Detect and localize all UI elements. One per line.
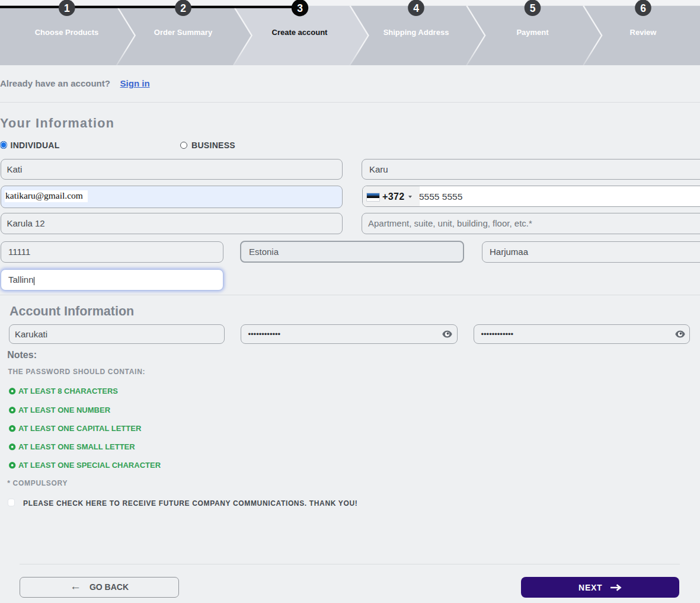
svg-text:Choose Products: Choose Products	[35, 28, 99, 37]
svg-text:1: 1	[64, 2, 70, 14]
svg-text:5: 5	[530, 2, 536, 14]
svg-text:3: 3	[297, 2, 303, 14]
svg-text:4: 4	[413, 2, 419, 14]
svg-text:Create account: Create account	[272, 28, 328, 37]
svg-text:6: 6	[640, 2, 646, 14]
svg-text:2: 2	[180, 2, 186, 14]
svg-text:Shipping Address: Shipping Address	[383, 28, 449, 37]
svg-text:Payment: Payment	[516, 28, 549, 37]
svg-text:Order Summary: Order Summary	[154, 28, 213, 37]
svg-text:Review: Review	[630, 28, 657, 37]
